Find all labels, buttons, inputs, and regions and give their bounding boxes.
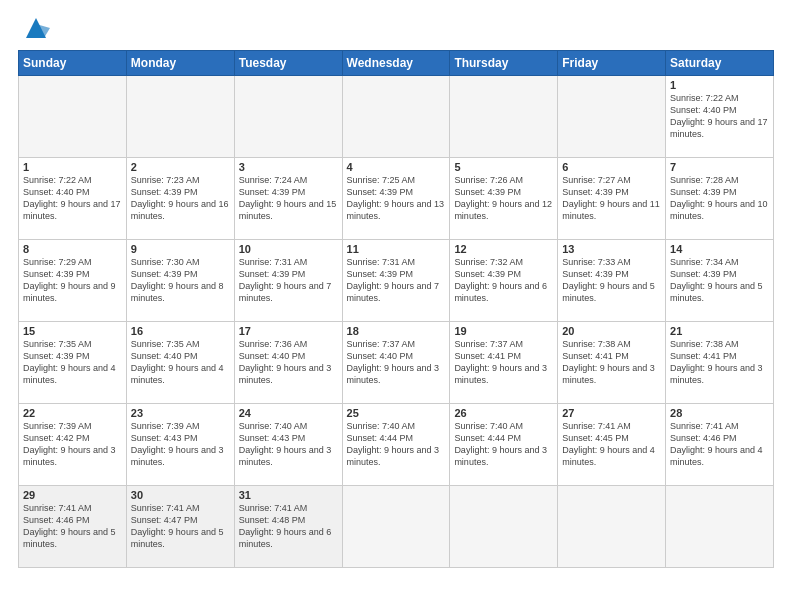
day-number: 1 — [670, 79, 769, 91]
day-number: 31 — [239, 489, 338, 501]
day-content: Sunrise: 7:41 AM Sunset: 4:48 PM Dayligh… — [239, 502, 338, 551]
calendar-day-cell: 18Sunrise: 7:37 AM Sunset: 4:40 PM Dayli… — [342, 322, 450, 404]
day-header: Friday — [558, 51, 666, 76]
day-number: 2 — [131, 161, 230, 173]
logo-icon — [22, 14, 50, 42]
calendar-day-cell — [126, 76, 234, 158]
day-content: Sunrise: 7:35 AM Sunset: 4:40 PM Dayligh… — [131, 338, 230, 387]
day-number: 14 — [670, 243, 769, 255]
day-content: Sunrise: 7:37 AM Sunset: 4:41 PM Dayligh… — [454, 338, 553, 387]
calendar-day-cell: 14Sunrise: 7:34 AM Sunset: 4:39 PM Dayli… — [666, 240, 774, 322]
day-number: 12 — [454, 243, 553, 255]
day-content: Sunrise: 7:38 AM Sunset: 4:41 PM Dayligh… — [670, 338, 769, 387]
calendar-day-cell: 31Sunrise: 7:41 AM Sunset: 4:48 PM Dayli… — [234, 486, 342, 568]
day-number: 21 — [670, 325, 769, 337]
page: SundayMondayTuesdayWednesdayThursdayFrid… — [0, 0, 792, 612]
day-header: Thursday — [450, 51, 558, 76]
day-content: Sunrise: 7:37 AM Sunset: 4:40 PM Dayligh… — [347, 338, 446, 387]
day-number: 23 — [131, 407, 230, 419]
day-content: Sunrise: 7:34 AM Sunset: 4:39 PM Dayligh… — [670, 256, 769, 305]
day-content: Sunrise: 7:25 AM Sunset: 4:39 PM Dayligh… — [347, 174, 446, 223]
day-content: Sunrise: 7:40 AM Sunset: 4:44 PM Dayligh… — [454, 420, 553, 469]
day-header: Monday — [126, 51, 234, 76]
calendar: SundayMondayTuesdayWednesdayThursdayFrid… — [18, 50, 774, 568]
day-number: 8 — [23, 243, 122, 255]
calendar-week-row: 29Sunrise: 7:41 AM Sunset: 4:46 PM Dayli… — [19, 486, 774, 568]
calendar-day-cell: 24Sunrise: 7:40 AM Sunset: 4:43 PM Dayli… — [234, 404, 342, 486]
calendar-day-cell: 30Sunrise: 7:41 AM Sunset: 4:47 PM Dayli… — [126, 486, 234, 568]
day-number: 22 — [23, 407, 122, 419]
day-number: 13 — [562, 243, 661, 255]
calendar-day-cell: 11Sunrise: 7:31 AM Sunset: 4:39 PM Dayli… — [342, 240, 450, 322]
calendar-day-cell: 17Sunrise: 7:36 AM Sunset: 4:40 PM Dayli… — [234, 322, 342, 404]
day-content: Sunrise: 7:32 AM Sunset: 4:39 PM Dayligh… — [454, 256, 553, 305]
calendar-day-cell — [558, 76, 666, 158]
day-header: Saturday — [666, 51, 774, 76]
day-number: 28 — [670, 407, 769, 419]
day-content: Sunrise: 7:41 AM Sunset: 4:45 PM Dayligh… — [562, 420, 661, 469]
calendar-day-cell — [450, 76, 558, 158]
day-content: Sunrise: 7:31 AM Sunset: 4:39 PM Dayligh… — [347, 256, 446, 305]
day-number: 10 — [239, 243, 338, 255]
day-number: 29 — [23, 489, 122, 501]
calendar-day-cell: 3Sunrise: 7:24 AM Sunset: 4:39 PM Daylig… — [234, 158, 342, 240]
day-content: Sunrise: 7:22 AM Sunset: 4:40 PM Dayligh… — [670, 92, 769, 141]
calendar-day-cell: 9Sunrise: 7:30 AM Sunset: 4:39 PM Daylig… — [126, 240, 234, 322]
day-content: Sunrise: 7:39 AM Sunset: 4:43 PM Dayligh… — [131, 420, 230, 469]
day-number: 27 — [562, 407, 661, 419]
day-content: Sunrise: 7:29 AM Sunset: 4:39 PM Dayligh… — [23, 256, 122, 305]
day-number: 11 — [347, 243, 446, 255]
day-number: 1 — [23, 161, 122, 173]
calendar-day-cell — [558, 486, 666, 568]
calendar-day-cell — [342, 486, 450, 568]
calendar-day-cell: 19Sunrise: 7:37 AM Sunset: 4:41 PM Dayli… — [450, 322, 558, 404]
calendar-week-row: 15Sunrise: 7:35 AM Sunset: 4:39 PM Dayli… — [19, 322, 774, 404]
day-number: 30 — [131, 489, 230, 501]
calendar-day-cell — [450, 486, 558, 568]
day-content: Sunrise: 7:39 AM Sunset: 4:42 PM Dayligh… — [23, 420, 122, 469]
day-content: Sunrise: 7:40 AM Sunset: 4:44 PM Dayligh… — [347, 420, 446, 469]
calendar-day-cell: 13Sunrise: 7:33 AM Sunset: 4:39 PM Dayli… — [558, 240, 666, 322]
day-content: Sunrise: 7:33 AM Sunset: 4:39 PM Dayligh… — [562, 256, 661, 305]
calendar-day-cell: 22Sunrise: 7:39 AM Sunset: 4:42 PM Dayli… — [19, 404, 127, 486]
calendar-day-cell: 27Sunrise: 7:41 AM Sunset: 4:45 PM Dayli… — [558, 404, 666, 486]
day-header: Sunday — [19, 51, 127, 76]
day-number: 5 — [454, 161, 553, 173]
calendar-day-cell: 6Sunrise: 7:27 AM Sunset: 4:39 PM Daylig… — [558, 158, 666, 240]
day-number: 19 — [454, 325, 553, 337]
day-content: Sunrise: 7:28 AM Sunset: 4:39 PM Dayligh… — [670, 174, 769, 223]
day-number: 20 — [562, 325, 661, 337]
day-content: Sunrise: 7:35 AM Sunset: 4:39 PM Dayligh… — [23, 338, 122, 387]
day-content: Sunrise: 7:27 AM Sunset: 4:39 PM Dayligh… — [562, 174, 661, 223]
day-header: Tuesday — [234, 51, 342, 76]
calendar-day-cell: 7Sunrise: 7:28 AM Sunset: 4:39 PM Daylig… — [666, 158, 774, 240]
calendar-day-cell — [666, 486, 774, 568]
calendar-day-cell: 1Sunrise: 7:22 AM Sunset: 4:40 PM Daylig… — [666, 76, 774, 158]
calendar-day-cell — [234, 76, 342, 158]
day-number: 25 — [347, 407, 446, 419]
day-content: Sunrise: 7:40 AM Sunset: 4:43 PM Dayligh… — [239, 420, 338, 469]
day-header: Wednesday — [342, 51, 450, 76]
day-number: 9 — [131, 243, 230, 255]
calendar-week-row: 22Sunrise: 7:39 AM Sunset: 4:42 PM Dayli… — [19, 404, 774, 486]
calendar-day-cell: 5Sunrise: 7:26 AM Sunset: 4:39 PM Daylig… — [450, 158, 558, 240]
day-content: Sunrise: 7:30 AM Sunset: 4:39 PM Dayligh… — [131, 256, 230, 305]
day-content: Sunrise: 7:31 AM Sunset: 4:39 PM Dayligh… — [239, 256, 338, 305]
day-content: Sunrise: 7:36 AM Sunset: 4:40 PM Dayligh… — [239, 338, 338, 387]
day-number: 7 — [670, 161, 769, 173]
day-number: 6 — [562, 161, 661, 173]
logo — [18, 18, 50, 42]
day-number: 4 — [347, 161, 446, 173]
calendar-day-cell: 12Sunrise: 7:32 AM Sunset: 4:39 PM Dayli… — [450, 240, 558, 322]
day-content: Sunrise: 7:41 AM Sunset: 4:47 PM Dayligh… — [131, 502, 230, 551]
calendar-header-row: SundayMondayTuesdayWednesdayThursdayFrid… — [19, 51, 774, 76]
day-content: Sunrise: 7:22 AM Sunset: 4:40 PM Dayligh… — [23, 174, 122, 223]
calendar-day-cell — [342, 76, 450, 158]
day-number: 26 — [454, 407, 553, 419]
day-content: Sunrise: 7:38 AM Sunset: 4:41 PM Dayligh… — [562, 338, 661, 387]
day-content: Sunrise: 7:41 AM Sunset: 4:46 PM Dayligh… — [23, 502, 122, 551]
day-number: 3 — [239, 161, 338, 173]
day-number: 15 — [23, 325, 122, 337]
calendar-day-cell: 1Sunrise: 7:22 AM Sunset: 4:40 PM Daylig… — [19, 158, 127, 240]
calendar-day-cell: 4Sunrise: 7:25 AM Sunset: 4:39 PM Daylig… — [342, 158, 450, 240]
